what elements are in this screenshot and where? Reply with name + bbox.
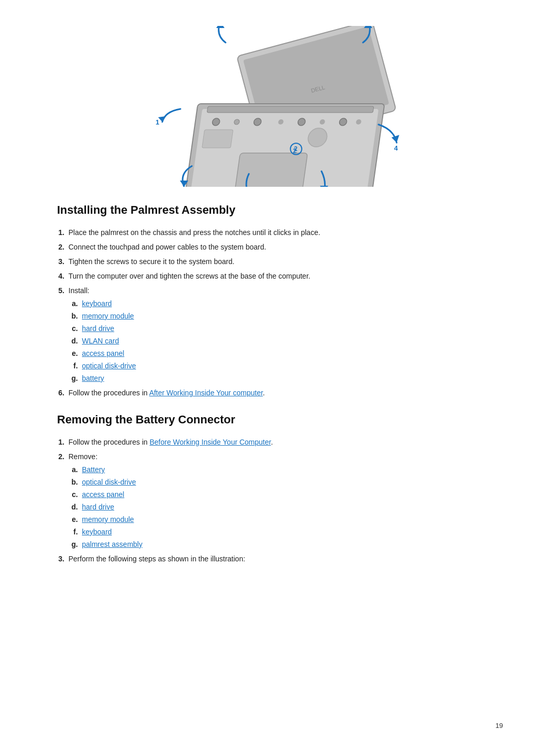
- svg-marker-19: [364, 26, 372, 28]
- remove-keyboard: keyboard: [80, 527, 503, 538]
- svg-text:4: 4: [394, 144, 398, 152]
- install-keyboard: keyboard: [80, 298, 503, 309]
- step-5: Install: keyboard memory module hard dri…: [66, 285, 503, 384]
- install-wlan-card: WLAN card: [80, 336, 503, 347]
- svg-rect-16: [207, 106, 374, 113]
- installing-palmrest-steps: Place the palmrest on the chassis and pr…: [66, 227, 503, 398]
- install-memory-module: memory module: [80, 311, 503, 322]
- remove-label: Remove:: [68, 452, 97, 461]
- remove-step-3: Perform the following steps as shown in …: [66, 554, 503, 564]
- access-panel-remove-link[interactable]: access panel: [82, 490, 124, 499]
- memory-module-link[interactable]: memory module: [82, 312, 134, 320]
- before-working-link[interactable]: Before Working Inside Your Computer: [149, 438, 271, 446]
- remove-step-1-suffix: .: [271, 438, 273, 446]
- step-3: Tighten the screws to secure it to the s…: [66, 256, 503, 267]
- remove-step-2: Remove: Battery optical disk-drive acces…: [66, 451, 503, 550]
- hard-drive-remove-link[interactable]: hard drive: [82, 503, 114, 511]
- svg-text:2: 2: [294, 145, 298, 153]
- remove-step-1-text: Follow the procedures in: [68, 438, 149, 446]
- svg-marker-28: [320, 186, 328, 187]
- svg-marker-17: [216, 26, 225, 28]
- install-label: Install:: [68, 286, 89, 295]
- memory-module-remove-link[interactable]: memory module: [82, 515, 134, 523]
- keyboard-remove-link[interactable]: keyboard: [82, 528, 112, 536]
- svg-rect-13: [234, 153, 307, 187]
- battery-remove-link[interactable]: Battery: [82, 465, 105, 474]
- remove-access-panel: access panel: [80, 489, 503, 500]
- optical-disk-drive-link[interactable]: optical disk-drive: [82, 362, 136, 370]
- install-hard-drive: hard drive: [80, 323, 503, 334]
- step-6-suffix: .: [263, 389, 265, 397]
- remove-optical-disk-drive: optical disk-drive: [80, 477, 503, 488]
- optical-disk-drive-remove-link[interactable]: optical disk-drive: [82, 478, 136, 486]
- remove-step-1: Follow the procedures in Before Working …: [66, 437, 503, 448]
- remove-palmrest-assembly: palmrest assembly: [80, 539, 503, 550]
- removing-battery-connector-title: Removing the Battery Connector: [57, 413, 503, 429]
- step-6: Follow the procedures in After Working I…: [66, 388, 503, 398]
- svg-marker-30: [391, 135, 399, 143]
- step-6-text: Follow the procedures in: [68, 389, 149, 397]
- step-2: Connect the touchpad and power cables to…: [66, 242, 503, 253]
- remove-sub-list: Battery optical disk-drive access panel …: [80, 464, 503, 550]
- installing-palmrest-section: Installing the Palmrest Assembly Place t…: [57, 203, 503, 398]
- access-panel-link[interactable]: access panel: [82, 349, 124, 357]
- step-4: Turn the computer over and tighten the s…: [66, 271, 503, 282]
- after-working-link[interactable]: After Working Inside Your computer: [149, 389, 263, 397]
- hard-drive-link[interactable]: hard drive: [82, 324, 114, 333]
- step-1: Place the palmrest on the chassis and pr…: [66, 227, 503, 238]
- palmrest-assembly-remove-link[interactable]: palmrest assembly: [82, 540, 143, 548]
- removing-battery-connector-section: Removing the Battery Connector Follow th…: [57, 413, 503, 564]
- battery-link[interactable]: battery: [82, 374, 104, 382]
- svg-marker-32: [158, 116, 166, 122]
- install-battery: battery: [80, 373, 503, 384]
- remove-battery: Battery: [80, 464, 503, 475]
- installing-palmrest-title: Installing the Palmrest Assembly: [57, 203, 503, 219]
- install-optical-disk-drive: optical disk-drive: [80, 361, 503, 371]
- page-number: 19: [496, 722, 503, 729]
- svg-rect-14: [202, 130, 233, 148]
- remove-hard-drive: hard drive: [80, 502, 503, 513]
- remove-memory-module: memory module: [80, 514, 503, 525]
- removing-battery-steps: Follow the procedures in Before Working …: [66, 437, 503, 564]
- wlan-card-link[interactable]: WLAN card: [82, 337, 119, 345]
- palmrest-diagram: DELL: [57, 21, 503, 187]
- install-sub-list: keyboard memory module hard drive WLAN c…: [80, 298, 503, 384]
- keyboard-link[interactable]: keyboard: [82, 299, 112, 308]
- install-access-panel: access panel: [80, 348, 503, 359]
- svg-text:1: 1: [156, 118, 159, 126]
